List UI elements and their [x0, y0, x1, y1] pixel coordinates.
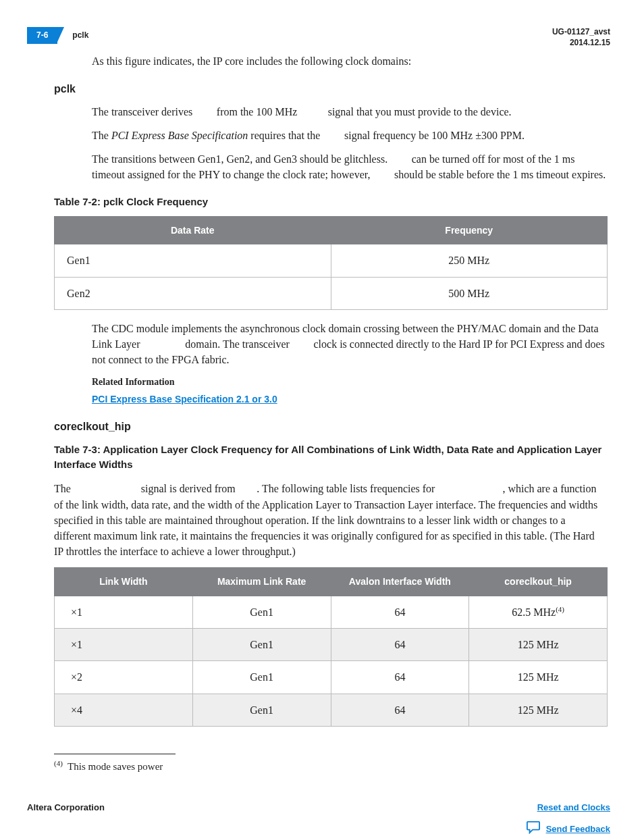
page-number: 7-6 [27, 27, 57, 44]
cell: Gen1 [192, 629, 331, 661]
col-header: Data Rate [55, 217, 331, 244]
table-row: Gen2 500 MHz [55, 277, 608, 309]
footnote: (4) This mode saves power [54, 758, 610, 775]
text: The transceiver derives [92, 106, 195, 118]
cell: Gen1 [192, 694, 331, 726]
cell: 125 MHz [469, 629, 608, 661]
table-row: ×1 Gen1 64 62.5 MHz(4) [55, 596, 608, 629]
table-row: ×4 Gen1 64 125 MHz [55, 694, 608, 726]
col-header: Link Width [55, 568, 193, 596]
cell: 64 [331, 661, 469, 694]
text: signal that you must provide to the devi… [328, 106, 512, 118]
table-row: Gen1 250 MHz [55, 244, 608, 277]
text: signal frequency be 100 MHz ±300 PPM. [342, 130, 525, 141]
cell: 125 MHz [469, 694, 608, 726]
pclk-p1: The transceiver derives pclk from the 10… [92, 104, 610, 120]
table-7-2: Data Rate Frequency Gen1 250 MHz Gen2 50… [54, 216, 608, 310]
text: The [92, 130, 111, 141]
text: from the 100 MHz [217, 106, 300, 118]
related-link[interactable]: PCI Express Base Specification 2.1 or 3.… [92, 394, 277, 405]
table-7-2-caption: Table 7-2: pclk Clock Frequency [54, 194, 610, 209]
reset-clocks-link[interactable]: Reset and Clocks [526, 802, 610, 814]
col-header: Avalon Interface Width [331, 568, 469, 596]
page-header: 7-6 pclk UG-01127_avst 2014.12.15 [27, 27, 610, 48]
cell: Gen1 [192, 661, 331, 694]
cell: ×4 [55, 694, 193, 726]
coreclkout-paragraph: The coreclkout_hip signal is derived fro… [54, 481, 603, 559]
cell: ×2 [55, 661, 193, 694]
cell: 64 [331, 629, 469, 661]
text: The transitions between Gen1, Gen2, and … [92, 153, 390, 165]
cell: 500 MHz [331, 277, 608, 309]
cell: Gen1 [192, 596, 331, 629]
coreclkout-heading: coreclkout_hip [54, 419, 610, 434]
corporation-name: Altera Corporation [27, 802, 105, 814]
table-7-3-caption: Table 7-3: Application Layer Clock Frequ… [54, 442, 608, 472]
send-feedback-link[interactable]: Send Feedback [546, 823, 610, 834]
section-name: pclk [72, 30, 88, 41]
pclk-p2: The PCI Express Base Specification requi… [92, 128, 610, 143]
col-header: Maximum Link Rate [192, 568, 331, 596]
cell: ×1 [55, 629, 193, 661]
cell: 125 MHz [469, 661, 608, 694]
related-title: Related Information [92, 375, 610, 389]
doc-id-block: UG-01127_avst 2014.12.15 [552, 27, 610, 48]
text: The [54, 483, 74, 494]
text: domain. The transceiver [182, 338, 292, 350]
cdc-paragraph: The CDC module implements the asynchrono… [92, 321, 610, 368]
pclk-p3: The transitions between Gen1, Gen2, and … [92, 151, 610, 182]
table-row: ×2 Gen1 64 125 MHz [55, 661, 608, 694]
table-row: ×1 Gen1 64 125 MHz [55, 629, 608, 661]
doc-id: UG-01127_avst [552, 27, 610, 38]
footnote-ref: (4) [556, 605, 564, 613]
page-badge: 7-6 pclk [27, 27, 88, 44]
cell: Gen2 [55, 277, 331, 309]
cell: 64 [331, 596, 469, 629]
table-7-3: Link Width Maximum Link Rate Avalon Inte… [54, 567, 608, 726]
footnote-rule [54, 754, 176, 754]
cell: 250 MHz [331, 244, 608, 277]
spec-name: PCI Express Base Specification [111, 130, 248, 141]
text: signal is derived from [138, 483, 238, 494]
text: should be stable before the 1 ms timeout… [392, 169, 606, 180]
intro-paragraph: As this figure indicates, the IP core in… [92, 53, 610, 69]
text: requires that the [248, 130, 323, 141]
pclk-heading: pclk [54, 81, 610, 97]
cell: 64 [331, 694, 469, 726]
cell: 62.5 MHz(4) [469, 596, 608, 629]
cell: ×1 [55, 596, 193, 629]
cell: Gen1 [55, 244, 331, 277]
related-info: Related Information PCI Express Base Spe… [92, 375, 610, 406]
value: 62.5 MHz [512, 606, 556, 618]
col-header: coreclkout_hip [469, 568, 608, 596]
page-footer: Altera Corporation Reset and Clocks Send… [27, 802, 610, 834]
col-header: Frequency [331, 217, 608, 244]
doc-date: 2014.12.15 [552, 38, 610, 49]
footnote-marker: (4) [54, 759, 63, 767]
feedback-icon [526, 820, 541, 834]
footnote-text: This mode saves power [68, 761, 163, 772]
text: clock is connected directly to the Hard … [92, 338, 605, 365]
text: . The following table lists frequencies … [257, 483, 437, 494]
